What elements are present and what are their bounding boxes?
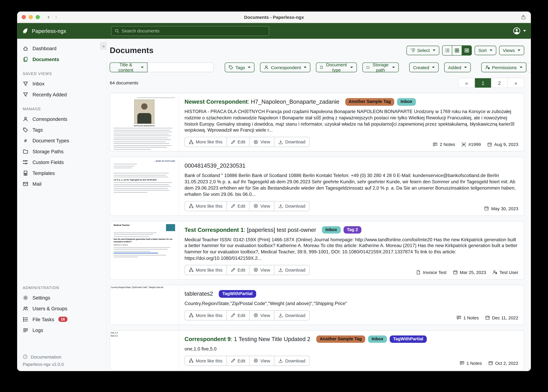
sidebar-item-tags[interactable]: Tags (17, 124, 107, 135)
meta-notes[interactable]: 1 Notes (460, 360, 482, 366)
minimize-window-button[interactable] (29, 15, 33, 19)
edit-button[interactable]: Edit (226, 356, 249, 366)
download-button[interactable]: Download (274, 265, 310, 275)
sidebar-item-inbox[interactable]: Inbox (17, 78, 107, 89)
browser-back-icon[interactable]: ‹ (48, 14, 50, 21)
edit-button[interactable]: Edit (226, 201, 249, 211)
view-button[interactable]: View (249, 201, 274, 211)
tag-chip[interactable]: TagWithPartial (219, 290, 256, 298)
view-button[interactable]: View (249, 265, 274, 275)
maximize-window-button[interactable] (36, 15, 40, 19)
document-thumbnail[interactable]: one,1.0five,5.0 (110, 330, 179, 370)
sidebar-item-dashboard[interactable]: Dashboard (17, 43, 107, 54)
more-like-this-button[interactable]: More like this (185, 265, 227, 275)
chevron-down-icon (350, 67, 353, 68)
documentation-link[interactable]: ? Documentation (17, 352, 107, 361)
document-title[interactable]: H7_Napoleon_Bonaparte_zadanie (251, 98, 339, 105)
document-thumbnail[interactable]: ⌂ BANK OF SCOTLAND 2,0 % p. a. auf Ihr T… (110, 157, 179, 215)
meta-calendar: Oct 2, 2022 (488, 360, 518, 366)
document-snippet: Bank of Scotland " 10886 Berlin Bank of … (185, 173, 518, 197)
pagination-next[interactable]: » (507, 78, 524, 88)
sidebar-section-label: ADMINISTRATION (23, 286, 101, 290)
card-meta: May 30, 2023 (484, 206, 518, 211)
document-thumbnail[interactable]: Medical Teacher Has the new Kirkpatrick … (110, 221, 179, 279)
search-input[interactable]: Search documents (111, 26, 269, 36)
pagination-page-1[interactable]: 1 (475, 78, 491, 88)
sidebar-item-storage-paths[interactable]: Storage Paths (17, 146, 107, 157)
filter-permissions-button[interactable]: Permissions (481, 63, 526, 72)
filter-document-type-button[interactable]: Document type (316, 63, 357, 72)
more-like-this-button[interactable]: More like this (185, 356, 227, 366)
tag-chip[interactable]: TagWithPartial (389, 335, 427, 343)
sidebar-item-recently-added[interactable]: Recently Added (17, 89, 107, 100)
reset-filters-button[interactable]: Reset filters (526, 63, 531, 72)
correspondent-link[interactable]: Newest Correspondent (185, 98, 248, 105)
more-like-this-button[interactable]: More like this (185, 201, 227, 211)
meta-notes[interactable]: 1 Notes (456, 315, 479, 321)
share-icon[interactable] (521, 14, 526, 21)
sidebar-item-settings[interactable]: Settings (17, 292, 107, 303)
filter-added-button[interactable]: Added (444, 63, 471, 72)
document-title[interactable]: [paperless] test post-owner (247, 226, 316, 233)
more-like-this-button[interactable]: More like this (185, 137, 227, 147)
view-mode-detail-button[interactable] (461, 46, 471, 55)
tag-chip[interactable]: Inbox (368, 335, 387, 343)
download-button[interactable]: Download (274, 310, 310, 321)
tag-chip[interactable]: Inbox (397, 98, 416, 106)
sidebar-item-correspondents[interactable]: Correspondents (17, 113, 107, 124)
search-field-selector[interactable]: Title & content (110, 63, 148, 72)
document-title[interactable]: 0004814539_20230531 (185, 162, 245, 169)
sidebar-item-file-tasks[interactable]: File Tasks16 (17, 314, 107, 325)
document-thumbnail[interactable]: Country,Region/State,"Zip/Postal Code","… (110, 285, 179, 325)
tag-chip[interactable]: Inbox (322, 226, 341, 234)
correspondent-link[interactable]: Correspondent 9 (185, 336, 231, 342)
download-button[interactable]: Download (274, 356, 310, 366)
edit-button[interactable]: Edit (226, 310, 249, 321)
sort-button[interactable]: Sort (475, 46, 496, 55)
edit-button[interactable]: Edit (226, 265, 249, 275)
browser-forward-icon[interactable]: › (55, 14, 57, 21)
document-thumbnail[interactable]: NAPOLEON BONAPARTE (110, 93, 179, 151)
correspondent-link[interactable]: Test Correspondent 1 (185, 226, 244, 233)
more-like-this-button[interactable]: More like this (185, 310, 227, 321)
pagination-page-2[interactable]: 2 (491, 78, 507, 88)
close-window-button[interactable] (22, 15, 26, 19)
download-button[interactable]: Download (274, 201, 310, 211)
view-mode-grid-button[interactable] (452, 46, 461, 55)
download-button[interactable]: Download (274, 137, 310, 147)
filter-text-input[interactable] (147, 63, 214, 72)
app-brand[interactable]: Paperless-ngx (17, 27, 107, 34)
tasks-icon (23, 316, 28, 322)
view-mode-list-button[interactable] (442, 46, 452, 55)
filter-created-button[interactable]: Created (409, 63, 439, 72)
view-button[interactable]: View (249, 310, 274, 321)
filter-correspondent-button[interactable]: Correspondent (260, 63, 310, 72)
view-button[interactable]: View (249, 356, 274, 366)
window-controls[interactable] (22, 15, 40, 19)
tag-chip[interactable]: Tag 2 (343, 226, 361, 234)
sidebar-item-custom-fields[interactable]: Custom Fields (17, 157, 107, 168)
sidebar-item-logs[interactable]: Logs (17, 325, 107, 335)
sidebar-item-mail[interactable]: Mail (17, 178, 107, 189)
filter-storage-path-button[interactable]: Storage path (362, 63, 399, 72)
user-menu[interactable] (513, 27, 526, 35)
action-label: Download (285, 203, 305, 209)
pagination-prev[interactable]: « (459, 78, 475, 88)
filter-tags-button[interactable]: Tags (225, 63, 255, 72)
views-button[interactable]: Views (499, 46, 524, 55)
sidebar-item-users-groups[interactable]: Users & Groups (17, 303, 107, 314)
sidebar-collapse-button[interactable]: « (100, 42, 107, 49)
sidebar-item-templates[interactable]: Templates (17, 168, 107, 178)
sidebar-item-document-types[interactable]: #Document Types (17, 135, 107, 146)
edit-button[interactable]: Edit (226, 137, 249, 147)
select-button[interactable]: Select (406, 46, 439, 55)
meta-notes[interactable]: 2 Notes (433, 142, 455, 147)
document-title[interactable]: 1 Testing New Title Updated 2 (234, 336, 310, 342)
sidebar-item-documents[interactable]: Documents (17, 54, 107, 64)
tag-chip[interactable]: Another Sample Tag (345, 98, 394, 106)
diagram-icon (189, 358, 194, 363)
tag-chip[interactable]: Another Sample Tag (316, 335, 365, 343)
document-title[interactable]: tablerates2 (185, 290, 213, 297)
document-list: NAPOLEON BONAPARTE Newest Correspondent:… (110, 93, 524, 371)
view-button[interactable]: View (249, 137, 274, 147)
